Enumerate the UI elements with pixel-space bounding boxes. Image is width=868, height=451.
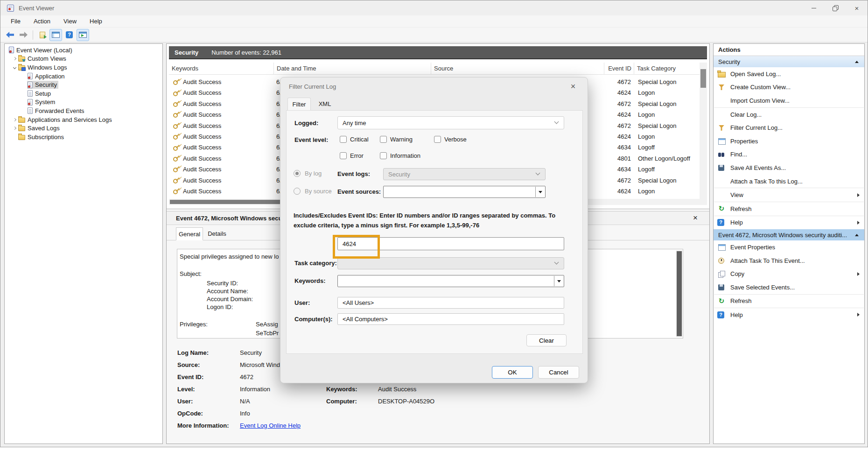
section-header-label: Event 4672, Microsoft Windows security a… (718, 232, 847, 239)
tree-item-forwarded-events[interactable]: Forwarded Events (5, 106, 162, 115)
cancel-button[interactable]: Cancel (538, 366, 579, 379)
preview-tab-general[interactable]: General (176, 227, 203, 240)
collapse-icon[interactable] (855, 234, 859, 236)
action-import-custom-view[interactable]: Import Custom View... (714, 94, 864, 107)
user-input[interactable] (337, 297, 564, 309)
checkbox-label: Verbose (444, 136, 467, 143)
tree-item-saved-logs[interactable]: Saved Logs (5, 124, 162, 133)
triangle-down-icon (539, 191, 542, 193)
actions-section-event-4672-microsoft-windows-security-auditi[interactable]: Event 4672, Microsoft Windows security a… (714, 229, 864, 240)
tree-item-security[interactable]: Security (5, 80, 162, 89)
tree-item-event-viewer-local[interactable]: Event Viewer (Local) (5, 46, 162, 55)
action-clear-log[interactable]: Clear Log... (714, 108, 864, 121)
tree-item-windows-logs[interactable]: Windows Logs (5, 63, 162, 72)
toolbar-show-action-pane-button[interactable] (77, 29, 89, 41)
expander-icon[interactable] (11, 119, 18, 121)
keywords-dropdown[interactable] (337, 275, 564, 287)
action-open-saved-log[interactable]: Open Saved Log... (714, 67, 864, 81)
task-category-dropdown[interactable] (337, 257, 564, 269)
tree-item-label: Subscriptions (28, 134, 64, 141)
tree-item-label: Setup (35, 90, 51, 97)
close-button[interactable]: × (846, 0, 868, 15)
action-properties[interactable]: Properties (714, 134, 864, 148)
description-scrollbar-thumb[interactable] (677, 251, 682, 336)
menu-help[interactable]: Help (83, 15, 109, 28)
event-logs-dropdown[interactable]: Security (383, 168, 546, 180)
vertical-scrollbar[interactable] (700, 63, 707, 199)
actions-section-security[interactable]: Security (714, 56, 864, 67)
minimize-button[interactable] (803, 0, 825, 15)
action-view[interactable]: View (714, 188, 864, 202)
computers-input[interactable] (337, 313, 564, 325)
action-save-all-events-as[interactable]: Save All Events As... (714, 161, 864, 175)
clear-button[interactable]: Clear (526, 334, 567, 346)
toolbar-back-button[interactable] (4, 29, 16, 41)
keywords-value: Audit Success (183, 77, 221, 87)
toolbar-export-button[interactable] (36, 29, 49, 41)
ok-button[interactable]: OK (492, 366, 533, 379)
preview-close-icon[interactable]: × (689, 211, 702, 225)
checkbox-critical[interactable] (340, 136, 347, 143)
expander-icon[interactable] (11, 127, 18, 129)
tree-item-application[interactable]: Application (5, 72, 162, 81)
menu-file[interactable]: File (4, 15, 27, 28)
event-log-online-help-link[interactable]: Event Log Online Help (240, 422, 301, 429)
tree-item-label: System (35, 99, 55, 106)
tree-item-subscriptions[interactable]: Subscriptions (5, 133, 162, 141)
actions-title: Actions (714, 44, 864, 56)
column-header-keywords[interactable]: Keywords (169, 63, 274, 75)
vertical-scrollbar-thumb[interactable] (700, 69, 706, 88)
action-filter-current-log[interactable]: Filter Current Log... (714, 121, 864, 134)
by-log-radio[interactable] (294, 170, 301, 177)
dialog-close-icon[interactable]: × (566, 79, 580, 93)
preview-tab-details[interactable]: Details (204, 227, 230, 240)
action-help[interactable]: ?Help (714, 216, 864, 230)
restore-button[interactable] (825, 0, 846, 15)
menu-view[interactable]: View (57, 15, 83, 28)
action-create-custom-view[interactable]: Create Custom View... (714, 81, 864, 94)
task-category-value: Logoff (638, 142, 655, 153)
event-message: Special privileges assigned to new lo (180, 253, 279, 260)
dialog-tab-xml[interactable]: XML (314, 98, 336, 110)
expander-icon[interactable] (11, 57, 18, 60)
action-attach-task-to-this-event[interactable]: Attach Task To This Event... (714, 254, 864, 268)
event-sources-dropdown[interactable] (383, 186, 546, 198)
checkbox-warning[interactable] (380, 136, 387, 143)
open-folder-icon (717, 70, 726, 78)
action-refresh[interactable]: ↻Refresh (714, 202, 864, 216)
column-header-event-id[interactable]: Event ID (604, 63, 634, 75)
expander-icon[interactable] (11, 66, 18, 69)
action-find[interactable]: Find... (714, 148, 864, 162)
action-save-selected-events[interactable]: Save Selected Events... (714, 281, 864, 294)
tree-item-custom-views[interactable]: Custom Views (5, 55, 162, 63)
column-header-task-category[interactable]: Task Category (634, 63, 703, 75)
dropdown-button[interactable] (535, 187, 545, 197)
description-scrollbar[interactable] (676, 250, 682, 337)
column-header-source[interactable]: Source (431, 63, 604, 75)
menu-action[interactable]: Action (27, 15, 57, 28)
action-event-properties[interactable]: Event Properties (714, 240, 864, 254)
action-help[interactable]: ?Help (714, 308, 864, 322)
toolbar-help-button[interactable]: ? (63, 29, 76, 41)
toolbar-show-console-tree-button[interactable] (49, 29, 62, 41)
horizontal-scrollbar-thumb[interactable] (170, 200, 288, 204)
dropdown-button[interactable] (554, 276, 563, 286)
checkbox-verbose[interactable] (434, 136, 441, 143)
logged-dropdown[interactable]: Any time (337, 116, 564, 129)
by-source-radio[interactable] (294, 188, 301, 195)
dialog-tab-filter[interactable]: Filter (287, 98, 311, 110)
action-copy[interactable]: Copy (714, 267, 864, 281)
tree-item-setup[interactable]: Setup (5, 89, 162, 98)
toolbar-forward-button[interactable] (17, 29, 30, 41)
action-attach-a-task-to-this-log[interactable]: Attach a Task To this Log... (714, 175, 864, 188)
checkbox-error[interactable] (340, 152, 347, 159)
by-source-label: By source (305, 188, 332, 195)
checkbox-information[interactable] (380, 152, 387, 159)
collapse-icon[interactable] (855, 61, 859, 63)
tree-item-applications-and-services-logs[interactable]: Applications and Services Logs (5, 115, 162, 124)
action-refresh[interactable]: ↻Refresh (714, 295, 864, 308)
column-header-date-and-time[interactable]: Date and Time (274, 63, 431, 75)
log-app-icon (28, 73, 33, 79)
tree-item-system[interactable]: System (5, 98, 162, 107)
task-category-value: Logon (638, 87, 655, 98)
